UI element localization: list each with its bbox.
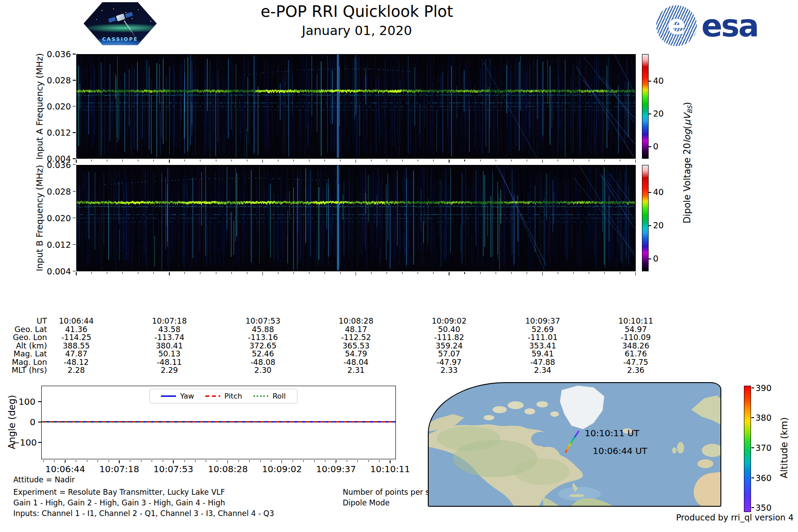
satellite-panel-icon [108, 16, 116, 23]
tick-mark [38, 422, 41, 422]
arctic-island [524, 408, 535, 415]
cell: 48.17 [325, 325, 387, 334]
cell: 2.34 [512, 366, 574, 375]
stars-decoration [92, 8, 93, 8]
experiment-note: Experiment = Resolute Bay Transmitter, L… [13, 488, 225, 497]
cell: 2.31 [325, 366, 387, 375]
tick-mark [649, 225, 651, 226]
cell: -47.75 [605, 358, 667, 367]
angle-xtick: 10:07:18 [93, 464, 146, 474]
europe-landmass [702, 444, 721, 457]
colorbar-label-subscript: BS [686, 106, 693, 113]
cell: 50.13 [138, 349, 200, 358]
cell: 348.26 [605, 341, 667, 350]
hudson-bay [531, 432, 550, 446]
angle-xtick: 10:08:28 [201, 464, 254, 474]
cell: -114.25 [45, 333, 107, 342]
table-row: Mag. Lon -48.12 -48.11 -48.08 -48.04 -47… [0, 358, 798, 366]
colorbar-label-log: log [682, 129, 692, 143]
cell: -48.04 [325, 358, 387, 367]
colorbar-tick: 40 [653, 187, 664, 197]
cell: 41.36 [45, 325, 107, 334]
altitude-tick: 370 [755, 443, 771, 453]
colorbar-label-paren: ( [682, 125, 692, 129]
y-axis-ticks [73, 164, 76, 272]
attitude-note: Attitude = Nadir [13, 475, 75, 484]
row-label: Alt (km) [0, 341, 47, 350]
cell: 47.87 [45, 349, 107, 358]
cell: -112.52 [325, 333, 387, 342]
colorbar-tick: 20 [653, 220, 664, 230]
y-axis-ticks [73, 54, 76, 159]
cell: -113.16 [232, 333, 294, 342]
trajectory-segment [577, 431, 579, 434]
legend-item-roll: Roll [254, 392, 286, 400]
legend-label: Pitch [224, 392, 242, 400]
cell: 52.69 [512, 325, 574, 334]
freq-tick: 0.020 [43, 213, 71, 223]
forest-shading [437, 426, 501, 451]
page-title: e-POP RRI Quicklook Plot [117, 3, 596, 20]
table-row: Alt (km) 388.55 380.41 372.65 365.53 359… [0, 341, 798, 350]
angle-ytick: 100 [12, 396, 35, 407]
altitude-tick: 390 [755, 383, 771, 393]
forest-shading [514, 458, 569, 485]
map-end-time-label: 10:10:11 UT [585, 428, 640, 438]
tick-mark [751, 507, 754, 508]
row-label: MLT (hrs) [0, 366, 47, 375]
row-label: Geo. Lat [0, 325, 47, 334]
cell: 380.41 [138, 341, 200, 350]
spectrogram-b-canvas [77, 165, 635, 270]
freq-tick: 0.028 [43, 187, 71, 196]
tick-mark [751, 477, 754, 478]
esa-e-glyph: e [667, 8, 686, 41]
cell: 61.76 [605, 349, 667, 358]
tick-mark [751, 387, 754, 388]
cell: 59.41 [512, 349, 574, 358]
row-label: UT [0, 317, 47, 325]
cell: 372.65 [232, 341, 294, 350]
x-axis-minor-ticks [76, 160, 636, 161]
satellite-panel-icon [125, 12, 133, 18]
epop-rri-quicklook-figure: { "header": { "title": "e-POP RRI Quickl… [0, 0, 798, 532]
legend-item-yaw: Yaw [161, 392, 194, 400]
colorbar-label-prefix: Dipole Voltage 20 [682, 143, 692, 223]
cell: -110.09 [605, 333, 667, 342]
cell: 2.33 [418, 366, 480, 375]
page-date: January 01, 2020 [117, 23, 596, 38]
cell: 10:09:37 [512, 317, 574, 325]
table-row: Geo. Lat 41.36 43.58 45.88 48.17 50.40 5… [0, 325, 798, 333]
angle-xtick: 10:10:11 [364, 464, 417, 474]
arctic-island [493, 406, 507, 413]
colorbar-label-paren-close: ) [682, 102, 692, 106]
cell: 2.29 [138, 366, 200, 375]
tick-mark [38, 442, 41, 443]
spectrogram-a-canvas [77, 55, 635, 158]
row-label: Geo. Lon [0, 333, 47, 342]
altitude-colorbar-label: Altitude (km) [779, 417, 790, 478]
central-america [543, 497, 562, 507]
legend-label: Yaw [180, 392, 194, 400]
cassiope-logo-label: CASSIOPE [84, 36, 157, 42]
angle-xtick: 10:06:44 [39, 464, 92, 474]
arctic-island [484, 415, 494, 420]
arctic-island [508, 401, 524, 409]
roll-line-sample [254, 395, 269, 397]
row-label: Mag. Lat [0, 349, 47, 358]
cell: 50.40 [418, 325, 480, 334]
map-art: 10:10:11 UT 10:06:44 UT [429, 383, 721, 507]
altitude-tick: 360 [755, 473, 771, 483]
esa-logo: e esa [656, 5, 758, 46]
cell: 2.30 [232, 366, 294, 375]
altitude-tick: 350 [755, 503, 771, 512]
africa-landmass [694, 472, 721, 507]
cell: 353.41 [512, 341, 574, 350]
table-row: MLT (hrs) 2.28 2.29 2.30 2.31 2.33 2.34 … [0, 366, 798, 374]
colorbar-a [642, 54, 649, 159]
arctic-island [536, 401, 548, 407]
tick-mark [751, 417, 754, 418]
altitude-tick: 380 [755, 413, 771, 422]
colorbar-label-mu: μV [682, 113, 692, 125]
tick-mark [649, 192, 651, 193]
cell: -48.12 [45, 358, 107, 367]
